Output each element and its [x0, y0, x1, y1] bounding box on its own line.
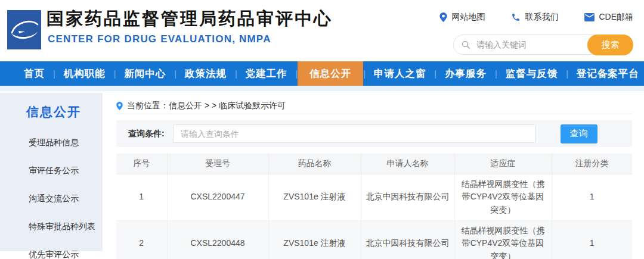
sidebar-item-3[interactable]: 沟通交流公示 [29, 194, 103, 204]
mailbox-label: CDE邮箱 [599, 12, 633, 23]
table-cell: 北京中因科技有限公司 [361, 174, 454, 220]
search-icon [462, 40, 470, 49]
site-search-button[interactable]: 搜索 [587, 35, 633, 55]
sidebar: 信息公开 受理品种信息审评任务公示沟通交流公示特殊审批品种列表优先审评公示 [0, 93, 103, 251]
nav-bottom-strip [0, 86, 644, 91]
table-cell: 北京中因科技有限公司 [361, 220, 454, 259]
sidebar-title: 信息公开 [26, 104, 103, 120]
nav-item-10[interactable]: 登记备案平台 [568, 61, 644, 86]
column-header: 适应症 [454, 154, 552, 174]
table-cell: 1 [552, 220, 632, 259]
nav-item-5[interactable]: 党建工作 [237, 61, 296, 86]
table-row: 1CXSL2200447ZVS101e 注射液北京中因科技有限公司结晶样视网膜变… [116, 174, 632, 220]
site-title: 国家药品监督管理局药品审评中心 [47, 7, 333, 31]
table-cell: ZVS101e 注射液 [268, 220, 361, 259]
breadcrumb-text: 当前位置：信息公开 > > 临床试验默示许可 [127, 101, 286, 111]
table-cell: CXSL2200448 [167, 220, 268, 259]
phone-icon [511, 13, 521, 22]
column-header: 受理号 [167, 154, 268, 174]
column-header: 注册分类 [552, 154, 632, 174]
column-header: 药品名称 [268, 154, 361, 174]
sitemap-link[interactable]: 网站地图 [439, 12, 485, 23]
table-cell: 结晶样视网膜变性（携带CYP4V2双等位基因突变） [454, 220, 552, 259]
sidebar-item-1[interactable]: 受理品种信息 [29, 138, 103, 148]
results-table: 序号受理号药品名称申请人名称适应症注册分类 1CXSL2200447ZVS101… [116, 154, 632, 259]
envelope-icon [584, 13, 595, 21]
nav-item-3[interactable]: 新闻中心 [116, 61, 174, 86]
query-bar: 查询条件: 查询 [116, 120, 632, 147]
site-header: 国家药品监督管理局药品审评中心 CENTER FOR DRUG EVALUATI… [0, 0, 644, 61]
table-cell: 1 [552, 174, 632, 220]
contact-label: 联系我们 [525, 12, 558, 23]
nav-item-8[interactable]: 办事服务 [436, 61, 495, 86]
column-header: 申请人名称 [361, 154, 454, 174]
nav-item-4[interactable]: 政策法规 [177, 61, 235, 86]
site-subtitle: CENTER FOR DRUG EVALUATION, NMPA [48, 33, 271, 45]
nav-item-6[interactable]: 信息公开 [298, 61, 363, 86]
nav-item-2[interactable]: 机构职能 [55, 61, 114, 86]
main-nav: 首页|机构职能|新闻中心|政策法规|党建工作|信息公开|申请人之窗|办事服务|监… [0, 61, 644, 86]
swan-logo-icon [10, 18, 39, 42]
breadcrumb: 当前位置：信息公开 > > 临床试验默示许可 [116, 98, 632, 114]
site-search-bar: 搜索 [453, 35, 633, 55]
table-cell: 1 [116, 174, 167, 220]
results-header-row: 序号受理号药品名称申请人名称适应症注册分类 [116, 154, 632, 174]
query-label: 查询条件: [128, 129, 165, 139]
query-input[interactable] [173, 124, 535, 143]
mailbox-link[interactable]: CDE邮箱 [584, 12, 633, 23]
breadcrumb-pin-icon [116, 102, 123, 110]
cde-logo [7, 10, 41, 49]
location-pin-icon [439, 13, 447, 22]
sidebar-item-5[interactable]: 优先审评公示 [29, 249, 103, 259]
contact-link[interactable]: 联系我们 [511, 12, 558, 23]
query-button[interactable]: 查询 [561, 124, 597, 143]
nav-item-1[interactable]: 首页 [16, 61, 53, 86]
nav-item-7[interactable]: 申请人之窗 [366, 61, 435, 86]
sidebar-item-2[interactable]: 审评任务公示 [29, 166, 103, 176]
table-row: 2CXSL2200448ZVS101e 注射液北京中因科技有限公司结晶样视网膜变… [116, 220, 632, 259]
table-cell: CXSL2200447 [167, 174, 268, 220]
sitemap-label: 网站地图 [451, 12, 485, 23]
table-cell: 2 [116, 220, 167, 259]
table-cell: 结晶样视网膜变性（携带CYP4V2双等位基因突变） [454, 174, 552, 220]
cde-page: 国家药品监督管理局药品审评中心 CENTER FOR DRUG EVALUATI… [0, 0, 644, 259]
table-cell: ZVS101e 注射液 [268, 174, 361, 220]
sidebar-items: 受理品种信息审评任务公示沟通交流公示特殊审批品种列表优先审评公示 [0, 138, 103, 259]
top-utility-links: 网站地图 联系我们 CDE邮箱 [439, 12, 633, 23]
sidebar-item-4[interactable]: 特殊审批品种列表 [29, 221, 103, 232]
nav-item-9[interactable]: 监督与反馈 [497, 61, 566, 86]
column-header: 序号 [116, 154, 167, 174]
